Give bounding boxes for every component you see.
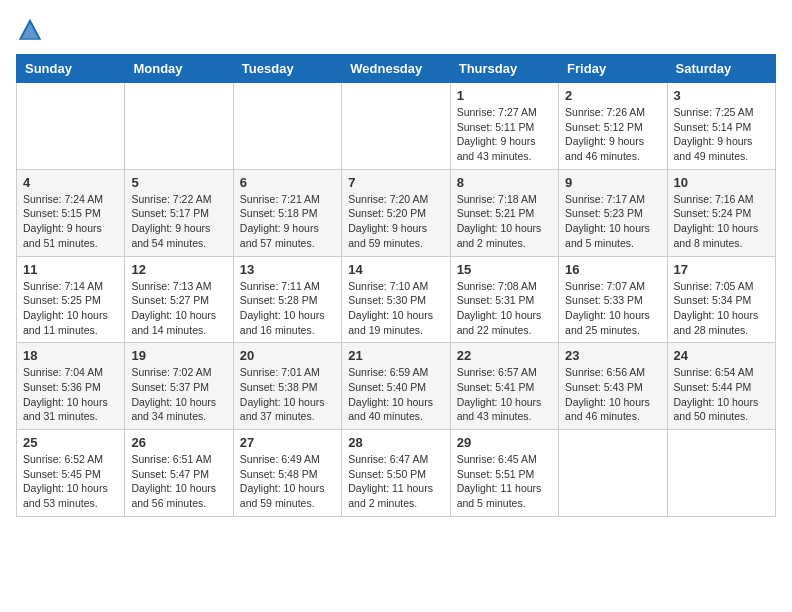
logo-icon [16,16,44,44]
day-info: Sunrise: 7:22 AMSunset: 5:17 PMDaylight:… [131,192,226,251]
day-info: Sunrise: 7:04 AMSunset: 5:36 PMDaylight:… [23,365,118,424]
day-info: Sunrise: 7:18 AMSunset: 5:21 PMDaylight:… [457,192,552,251]
day-number: 21 [348,348,443,363]
calendar-cell: 26Sunrise: 6:51 AMSunset: 5:47 PMDayligh… [125,430,233,517]
calendar-cell: 4Sunrise: 7:24 AMSunset: 5:15 PMDaylight… [17,169,125,256]
calendar-cell [17,83,125,170]
day-number: 24 [674,348,769,363]
day-info: Sunrise: 7:21 AMSunset: 5:18 PMDaylight:… [240,192,335,251]
calendar-week-row: 1Sunrise: 7:27 AMSunset: 5:11 PMDaylight… [17,83,776,170]
day-number: 18 [23,348,118,363]
calendar-cell [667,430,775,517]
day-info: Sunrise: 6:59 AMSunset: 5:40 PMDaylight:… [348,365,443,424]
day-number: 23 [565,348,660,363]
day-info: Sunrise: 6:49 AMSunset: 5:48 PMDaylight:… [240,452,335,511]
calendar-cell: 15Sunrise: 7:08 AMSunset: 5:31 PMDayligh… [450,256,558,343]
calendar-header-row: SundayMondayTuesdayWednesdayThursdayFrid… [17,55,776,83]
day-info: Sunrise: 7:24 AMSunset: 5:15 PMDaylight:… [23,192,118,251]
day-info: Sunrise: 6:57 AMSunset: 5:41 PMDaylight:… [457,365,552,424]
day-number: 9 [565,175,660,190]
day-number: 11 [23,262,118,277]
column-header-friday: Friday [559,55,667,83]
day-number: 10 [674,175,769,190]
calendar-cell [125,83,233,170]
calendar-cell [233,83,341,170]
day-number: 22 [457,348,552,363]
day-info: Sunrise: 7:07 AMSunset: 5:33 PMDaylight:… [565,279,660,338]
calendar-cell: 2Sunrise: 7:26 AMSunset: 5:12 PMDaylight… [559,83,667,170]
calendar-cell: 11Sunrise: 7:14 AMSunset: 5:25 PMDayligh… [17,256,125,343]
logo [16,16,48,44]
calendar-cell: 14Sunrise: 7:10 AMSunset: 5:30 PMDayligh… [342,256,450,343]
day-number: 25 [23,435,118,450]
calendar-cell [342,83,450,170]
column-header-wednesday: Wednesday [342,55,450,83]
day-info: Sunrise: 7:08 AMSunset: 5:31 PMDaylight:… [457,279,552,338]
day-number: 29 [457,435,552,450]
calendar-week-row: 4Sunrise: 7:24 AMSunset: 5:15 PMDaylight… [17,169,776,256]
day-info: Sunrise: 7:11 AMSunset: 5:28 PMDaylight:… [240,279,335,338]
day-number: 26 [131,435,226,450]
day-info: Sunrise: 6:52 AMSunset: 5:45 PMDaylight:… [23,452,118,511]
day-number: 8 [457,175,552,190]
calendar-cell [559,430,667,517]
day-info: Sunrise: 7:01 AMSunset: 5:38 PMDaylight:… [240,365,335,424]
day-info: Sunrise: 7:27 AMSunset: 5:11 PMDaylight:… [457,105,552,164]
day-info: Sunrise: 6:47 AMSunset: 5:50 PMDaylight:… [348,452,443,511]
day-number: 3 [674,88,769,103]
day-info: Sunrise: 7:05 AMSunset: 5:34 PMDaylight:… [674,279,769,338]
day-number: 13 [240,262,335,277]
day-info: Sunrise: 6:56 AMSunset: 5:43 PMDaylight:… [565,365,660,424]
calendar-week-row: 25Sunrise: 6:52 AMSunset: 5:45 PMDayligh… [17,430,776,517]
day-number: 19 [131,348,226,363]
calendar-cell: 29Sunrise: 6:45 AMSunset: 5:51 PMDayligh… [450,430,558,517]
day-number: 17 [674,262,769,277]
day-number: 28 [348,435,443,450]
day-number: 7 [348,175,443,190]
calendar-table: SundayMondayTuesdayWednesdayThursdayFrid… [16,54,776,517]
calendar-cell: 27Sunrise: 6:49 AMSunset: 5:48 PMDayligh… [233,430,341,517]
day-info: Sunrise: 7:14 AMSunset: 5:25 PMDaylight:… [23,279,118,338]
calendar-cell: 17Sunrise: 7:05 AMSunset: 5:34 PMDayligh… [667,256,775,343]
column-header-thursday: Thursday [450,55,558,83]
calendar-cell: 12Sunrise: 7:13 AMSunset: 5:27 PMDayligh… [125,256,233,343]
day-info: Sunrise: 7:17 AMSunset: 5:23 PMDaylight:… [565,192,660,251]
day-info: Sunrise: 6:54 AMSunset: 5:44 PMDaylight:… [674,365,769,424]
calendar-cell: 24Sunrise: 6:54 AMSunset: 5:44 PMDayligh… [667,343,775,430]
calendar-week-row: 18Sunrise: 7:04 AMSunset: 5:36 PMDayligh… [17,343,776,430]
calendar-cell: 5Sunrise: 7:22 AMSunset: 5:17 PMDaylight… [125,169,233,256]
day-number: 15 [457,262,552,277]
calendar-cell: 7Sunrise: 7:20 AMSunset: 5:20 PMDaylight… [342,169,450,256]
day-info: Sunrise: 6:45 AMSunset: 5:51 PMDaylight:… [457,452,552,511]
calendar-cell: 8Sunrise: 7:18 AMSunset: 5:21 PMDaylight… [450,169,558,256]
page-header [16,16,776,44]
day-info: Sunrise: 7:25 AMSunset: 5:14 PMDaylight:… [674,105,769,164]
column-header-saturday: Saturday [667,55,775,83]
calendar-cell: 1Sunrise: 7:27 AMSunset: 5:11 PMDaylight… [450,83,558,170]
calendar-cell: 6Sunrise: 7:21 AMSunset: 5:18 PMDaylight… [233,169,341,256]
day-info: Sunrise: 6:51 AMSunset: 5:47 PMDaylight:… [131,452,226,511]
day-info: Sunrise: 7:26 AMSunset: 5:12 PMDaylight:… [565,105,660,164]
calendar-cell: 21Sunrise: 6:59 AMSunset: 5:40 PMDayligh… [342,343,450,430]
calendar-cell: 13Sunrise: 7:11 AMSunset: 5:28 PMDayligh… [233,256,341,343]
calendar-cell: 10Sunrise: 7:16 AMSunset: 5:24 PMDayligh… [667,169,775,256]
calendar-cell: 20Sunrise: 7:01 AMSunset: 5:38 PMDayligh… [233,343,341,430]
calendar-cell: 25Sunrise: 6:52 AMSunset: 5:45 PMDayligh… [17,430,125,517]
day-info: Sunrise: 7:20 AMSunset: 5:20 PMDaylight:… [348,192,443,251]
day-number: 1 [457,88,552,103]
day-info: Sunrise: 7:16 AMSunset: 5:24 PMDaylight:… [674,192,769,251]
calendar-cell: 18Sunrise: 7:04 AMSunset: 5:36 PMDayligh… [17,343,125,430]
day-number: 6 [240,175,335,190]
day-number: 27 [240,435,335,450]
calendar-cell: 23Sunrise: 6:56 AMSunset: 5:43 PMDayligh… [559,343,667,430]
calendar-cell: 3Sunrise: 7:25 AMSunset: 5:14 PMDaylight… [667,83,775,170]
column-header-monday: Monday [125,55,233,83]
day-number: 14 [348,262,443,277]
calendar-cell: 9Sunrise: 7:17 AMSunset: 5:23 PMDaylight… [559,169,667,256]
column-header-sunday: Sunday [17,55,125,83]
day-info: Sunrise: 7:10 AMSunset: 5:30 PMDaylight:… [348,279,443,338]
calendar-cell: 22Sunrise: 6:57 AMSunset: 5:41 PMDayligh… [450,343,558,430]
column-header-tuesday: Tuesday [233,55,341,83]
day-number: 5 [131,175,226,190]
day-number: 16 [565,262,660,277]
